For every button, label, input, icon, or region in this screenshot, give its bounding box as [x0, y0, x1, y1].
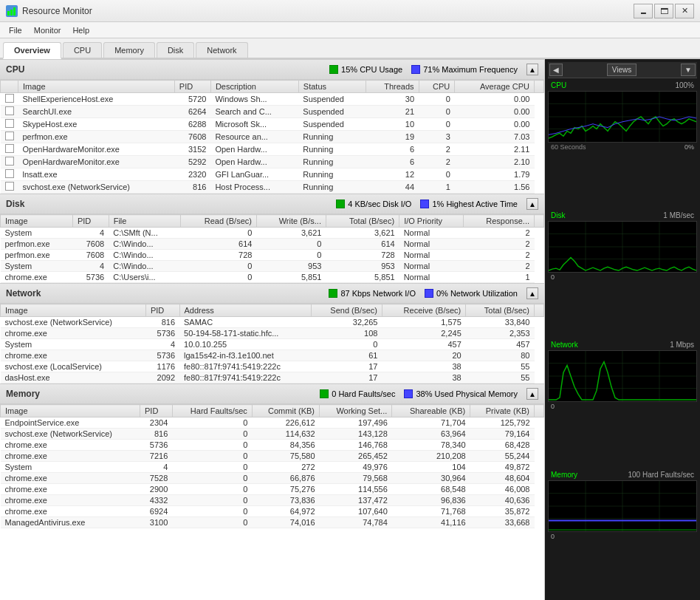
network-collapse-button[interactable]: ▲ — [526, 287, 538, 299]
menu-file[interactable]: File — [3, 24, 28, 36]
cpu-col-cpu[interactable]: CPU — [419, 81, 455, 93]
disk-col-file[interactable]: File — [109, 215, 180, 228]
table-row[interactable]: OpenHardwareMonitor.exe 5292 Open Hardw.… — [1, 156, 544, 168]
cpu-row-check — [1, 156, 18, 168]
table-row[interactable]: chrome.exe 5736 C:\Users\i... 0 5,851 5,… — [1, 272, 544, 283]
table-row[interactable]: System 4 C:\Windo... 0 953 953 Normal 2 — [1, 261, 544, 272]
disk-table-container[interactable]: Image PID File Read (B/sec) Write (B/s..… — [0, 214, 544, 283]
disk-section-header: Disk 4 KB/sec Disk I/O 1% Highest Active… — [0, 194, 544, 214]
cpu-row-cpu: 0 — [419, 93, 455, 106]
table-row[interactable]: perfmon.exe 7608 Resource an... Running … — [1, 131, 544, 143]
memory-table-container[interactable]: Image PID Hard Faults/sec Commit (KB) Wo… — [0, 404, 544, 528]
network-col-image[interactable]: Image — [1, 304, 146, 317]
table-row[interactable]: OpenHardwareMonitor.exe 3152 Open Hardw.… — [1, 143, 544, 156]
table-row[interactable]: svchost.exe (NetworkService) 816 Host Pr… — [1, 181, 544, 194]
table-row[interactable]: perfmon.exe 7608 C:\Windo... 728 0 728 N… — [1, 250, 544, 261]
memory-col-pid[interactable]: PID — [140, 405, 173, 417]
network-stat1: 87 Kbps Network I/O — [329, 289, 416, 298]
network-stat1-icon — [329, 289, 337, 298]
disk-row-file: C:\Users\i... — [109, 272, 180, 283]
table-row[interactable]: System 4 0 272 49,976 104 49,872 — [1, 462, 544, 473]
minimize-button[interactable]: 🗕 — [634, 4, 653, 18]
tab-disk[interactable]: Disk — [157, 42, 194, 58]
memory-table: Image PID Hard Faults/sec Commit (KB) Wo… — [0, 404, 544, 528]
table-row[interactable]: chrome.exe 6924 0 64,972 107,640 71,768 … — [1, 506, 544, 517]
cpu-chart-svg — [549, 92, 696, 142]
disk-col-total[interactable]: Total (B/sec) — [326, 215, 399, 228]
table-row[interactable]: chrome.exe 4332 0 73,836 137,472 96,836 … — [1, 495, 544, 506]
table-row[interactable]: chrome.exe 5736 0 84,356 146,768 78,340 … — [1, 440, 544, 451]
network-row-send: 32,265 — [312, 317, 382, 328]
tab-overview[interactable]: Overview — [3, 42, 61, 59]
memory-col-workingset[interactable]: Working Set... — [320, 405, 392, 417]
cpu-row-image: lnsatt.exe — [18, 168, 175, 181]
network-row-total: 55 — [466, 361, 535, 372]
table-row[interactable]: dasHost.exe 2092 fe80::817f:9741:5419:22… — [1, 372, 544, 383]
table-row[interactable]: chrome.exe 5736 50-194-58-171-static.hfc… — [1, 328, 544, 339]
table-row[interactable]: svchost.exe (NetworkService) 816 0 114,6… — [1, 429, 544, 440]
memory-collapse-button[interactable]: ▲ — [526, 388, 538, 400]
table-row[interactable]: ShellExperienceHost.exe 5720 Windows Sh.… — [1, 93, 544, 106]
cpu-row-cpu: 3 — [419, 131, 455, 143]
table-row[interactable]: lnsatt.exe 2320 GFI LanGuar... Running 1… — [1, 168, 544, 181]
cpu-row-cpu: 1 — [419, 181, 455, 194]
network-col-total[interactable]: Total (B/sec) — [466, 304, 535, 317]
menu-help[interactable]: Help — [66, 24, 95, 36]
cpu-stat1-icon — [329, 65, 338, 74]
memory-row-shareable: 210,208 — [392, 451, 470, 462]
table-row[interactable]: perfmon.exe 7608 C:\Windo... 614 0 614 N… — [1, 239, 544, 250]
memory-col-private[interactable]: Private (KB) — [470, 405, 535, 417]
table-row[interactable]: System 4 C:\SMft (N... 0 3,621 3,621 Nor… — [1, 228, 544, 239]
memory-row-shareable: 71,768 — [392, 506, 470, 517]
network-row-send: 17 — [312, 372, 382, 383]
cpu-col-image[interactable]: Image — [18, 81, 175, 93]
memory-col-commit[interactable]: Commit (KB) — [252, 405, 319, 417]
tab-memory[interactable]: Memory — [103, 42, 155, 58]
cpu-row-pid: 6288 — [174, 118, 210, 131]
views-button[interactable]: Views — [607, 64, 637, 76]
cpu-col-description[interactable]: Description — [210, 81, 298, 93]
table-row[interactable]: svchost.exe (NetworkService) 816 SAMAC 3… — [1, 317, 544, 328]
tab-cpu[interactable]: CPU — [63, 42, 102, 58]
table-row[interactable]: SkypeHost.exe 6288 Microsoft Sk... Suspe… — [1, 118, 544, 131]
right-panel-back-button[interactable]: ◀ — [549, 64, 563, 76]
table-row[interactable]: chrome.exe 2900 0 75,276 114,556 68,548 … — [1, 484, 544, 495]
network-table-container[interactable]: Image PID Address Send (B/sec) Receive (… — [0, 304, 544, 383]
cpu-col-avgcpu[interactable]: Average CPU — [455, 81, 535, 93]
views-dropdown-button[interactable]: ▼ — [681, 64, 696, 76]
table-row[interactable]: SearchUI.exe 6264 Search and C... Suspen… — [1, 106, 544, 118]
table-row[interactable]: chrome.exe 5736 lga15s42-in-f3.1e100.net… — [1, 350, 544, 361]
memory-col-image[interactable]: Image — [1, 405, 140, 417]
network-col-send[interactable]: Send (B/sec) — [312, 304, 382, 317]
cpu-row-description: Open Hardw... — [210, 156, 298, 168]
table-row[interactable]: System 4 10.0.10.255 0 457 457 — [1, 339, 544, 350]
table-row[interactable]: ManagedAntivirus.exe 3100 0 74,016 74,78… — [1, 517, 544, 528]
menu-monitor[interactable]: Monitor — [28, 24, 67, 36]
maximize-button[interactable]: 🗖 — [654, 4, 673, 18]
memory-col-shareable[interactable]: Shareable (KB) — [392, 405, 470, 417]
cpu-stats: 15% CPU Usage 71% Maximum Frequency ▲ — [329, 64, 538, 75]
cpu-table-container[interactable]: Image PID Description Status Threads CPU… — [0, 80, 544, 194]
tab-network[interactable]: Network — [196, 42, 247, 58]
table-row[interactable]: chrome.exe 7528 0 66,876 79,568 30,964 4… — [1, 473, 544, 484]
disk-collapse-button[interactable]: ▲ — [526, 198, 538, 210]
network-col-pid[interactable]: PID — [145, 304, 179, 317]
disk-col-read[interactable]: Read (B/sec) — [180, 215, 256, 228]
cpu-col-threads[interactable]: Threads — [366, 81, 419, 93]
table-row[interactable]: svchost.exe (LocalService) 1176 fe80::81… — [1, 361, 544, 372]
disk-col-response[interactable]: Response... — [464, 215, 535, 228]
disk-col-priority[interactable]: I/O Priority — [399, 215, 464, 228]
cpu-col-status[interactable]: Status — [298, 81, 366, 93]
table-row[interactable]: EndpointService.exe 2304 0 226,612 197,4… — [1, 417, 544, 429]
disk-col-pid[interactable]: PID — [72, 215, 109, 228]
network-col-address[interactable]: Address — [179, 304, 312, 317]
close-button[interactable]: ✕ — [675, 4, 694, 18]
cpu-collapse-button[interactable]: ▲ — [526, 64, 538, 75]
disk-col-write[interactable]: Write (B/s... — [256, 215, 326, 228]
table-row[interactable]: chrome.exe 7216 0 75,580 265,452 210,208… — [1, 451, 544, 462]
disk-graph-value: 1 MB/sec — [663, 211, 694, 219]
memory-col-hardfaults[interactable]: Hard Faults/sec — [172, 405, 252, 417]
disk-col-image[interactable]: Image — [1, 215, 73, 228]
network-col-receive[interactable]: Receive (B/sec) — [382, 304, 465, 317]
cpu-col-pid[interactable]: PID — [174, 81, 210, 93]
